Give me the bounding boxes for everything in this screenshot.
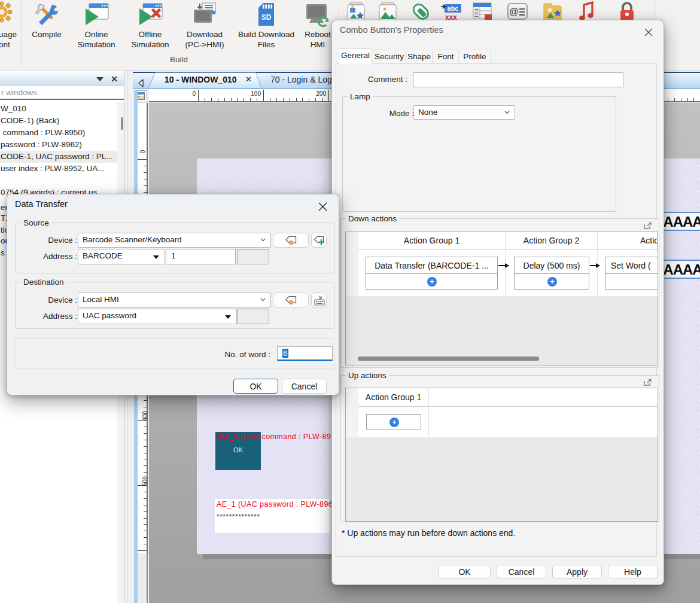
tab-login-label: 70 - Login & Log [270, 75, 332, 84]
download-pc-hmi-button[interactable] [187, 0, 223, 28]
label-tag-library-icon[interactable]: abc xxx [440, 1, 462, 22]
reboot-hmi-button[interactable] [300, 0, 336, 28]
source-device-dropdown[interactable]: Barcode Scanner/Keyboard [78, 233, 271, 248]
up-actions-note: * Up actions may run before down actions… [342, 528, 515, 538]
panel-close-icon[interactable]: ✕ [111, 74, 118, 84]
ribbon-group-label-build: Build [155, 55, 203, 64]
general-tab-page: Comment : Lamp Mode : None Down actions [336, 63, 657, 557]
tree-item[interactable]: W_010 [0, 103, 117, 115]
tab-font[interactable]: Font [433, 50, 459, 63]
dest-keyboard-button[interactable] [311, 293, 327, 307]
source-tag-button[interactable] [273, 233, 309, 248]
tree-item[interactable]: user index : PLW-8952, UA... [0, 163, 117, 175]
online-simulation-icon [83, 2, 109, 28]
up-add-action-1[interactable]: + [366, 414, 421, 430]
source-tag-add-button[interactable] [311, 233, 327, 248]
tab-general[interactable]: General [339, 48, 372, 64]
table-gutter-column [346, 232, 358, 296]
windows-tree: W_010 CODE-1) (Back) command : PLW-8950)… [0, 103, 117, 199]
chevron-down-icon [260, 298, 266, 302]
tab-profile[interactable]: Profile [459, 50, 491, 63]
tab-security[interactable]: Security [373, 50, 406, 63]
down-add-action-3[interactable] [605, 274, 658, 290]
online-simulation-label: Online Simulation [69, 30, 123, 50]
source-group-label: Source [21, 218, 51, 227]
string-table-icon[interactable] [471, 1, 493, 22]
offline-simulation-button[interactable] [132, 0, 168, 28]
down-add-action-2[interactable]: + [514, 274, 589, 290]
mode-value: None [418, 108, 437, 117]
no-of-word-input[interactable]: 6 [277, 346, 333, 361]
dest-address-dropdown[interactable]: UAC password [78, 309, 237, 324]
tree-item-selected[interactable]: CODE-1, UAC password : PL... [0, 151, 117, 163]
tree-item[interactable]: password : PLW-8962) [0, 139, 117, 151]
mode-dropdown[interactable]: None [413, 105, 515, 120]
action-flow-arrow [498, 265, 509, 266]
offline-simulation-label: Offline Simulation [123, 30, 177, 50]
up-actions-label: Up actions [346, 371, 389, 380]
application-window: uage ont Compile Online Simulation [0, 0, 700, 603]
group-library-icon[interactable] [542, 1, 565, 22]
build-download-files-button[interactable]: SD [248, 0, 284, 27]
down-actions-popout-icon[interactable] [644, 223, 652, 229]
plus-icon[interactable]: + [389, 418, 399, 427]
combo-help-button[interactable]: Help [608, 565, 658, 579]
tag-add-icon [314, 236, 325, 246]
compile-icon [34, 2, 59, 28]
combo-cancel-button[interactable]: Cancel [497, 565, 546, 579]
data-transfer-close-button[interactable] [314, 199, 331, 214]
close-icon [644, 28, 653, 36]
address-tag-library-icon[interactable] [410, 1, 431, 22]
tree-scrollbar-thumb[interactable] [121, 117, 123, 130]
action-flow-arrow [590, 265, 599, 266]
sw0-button-text: OK [215, 446, 261, 453]
source-device-label: Device : [41, 236, 77, 245]
address-grid-icon[interactable]: @ [507, 1, 528, 22]
hruler-number: 0 [172, 90, 196, 97]
combo-apply-button[interactable]: Apply [552, 565, 602, 579]
svg-text:SD: SD [261, 13, 272, 22]
combo-ok-button[interactable]: OK [439, 565, 491, 579]
down-action-item-2[interactable]: Delay (500 ms) [514, 257, 589, 274]
dt-ok-button[interactable]: OK [233, 379, 278, 394]
picture-library-icon[interactable] [378, 1, 398, 22]
down-add-action-1[interactable]: + [366, 274, 498, 290]
source-address-input[interactable]: 1 [166, 249, 236, 264]
plus-icon[interactable]: + [427, 277, 437, 287]
tree-item[interactable]: CODE-1) (Back) [0, 115, 117, 127]
dest-device-dropdown[interactable]: Local HMI [78, 293, 271, 307]
filter-windows-search[interactable]: r windows [0, 86, 124, 100]
up-actions-popout-icon[interactable] [644, 379, 652, 386]
tag-icon [285, 296, 297, 305]
plus-icon[interactable]: + [547, 277, 557, 287]
up-actions-group: Up actions Action Group 1 + [340, 375, 659, 522]
panel-dropdown-icon[interactable] [96, 77, 104, 81]
dt-cancel-button[interactable]: Cancel [282, 379, 327, 394]
down-actions-table: Action Group 1 Action Group 2 Action Gro… [345, 232, 658, 366]
down-actions-hscrollbar[interactable] [358, 357, 539, 361]
online-simulation-button[interactable] [78, 0, 114, 28]
object-library-icon[interactable] [346, 1, 366, 22]
down-action-item-3[interactable]: Set Word ( [605, 257, 658, 274]
compile-button[interactable] [29, 0, 65, 28]
tab-close-icon[interactable]: ✕ [245, 75, 252, 84]
dest-tag-button[interactable] [273, 293, 309, 307]
source-group: Source Device : Barcode Scanner/Keyboard [16, 223, 334, 273]
comment-input[interactable] [413, 72, 623, 87]
tab-shape[interactable]: Shape [406, 50, 433, 63]
tab-scroll-left-icon[interactable] [136, 78, 146, 88]
table-gutter-column [346, 388, 358, 437]
keyboard-input-icon [314, 296, 325, 306]
lamp-group-label: Lamp [348, 92, 373, 101]
download-icon [191, 2, 218, 28]
source-address-type-dropdown[interactable]: BARCODE [78, 249, 165, 264]
tab-window-010-label: 10 - WINDOW_010 [165, 75, 237, 84]
search-placeholder: r windows [1, 88, 37, 97]
tree-item[interactable]: command : PLW-8950) [0, 127, 117, 139]
sound-library-icon[interactable] [578, 1, 596, 22]
combo-dialog-close-button[interactable] [640, 25, 658, 39]
tab-window-010[interactable]: 10 - WINDOW_010 ✕ [148, 72, 261, 88]
hruler-number: 100 [237, 90, 261, 97]
down-action-item-1[interactable]: Data Transfer (BARCODE-1 ... [366, 257, 498, 274]
destination-group: Destination Device : Local HMI Address [16, 282, 334, 329]
